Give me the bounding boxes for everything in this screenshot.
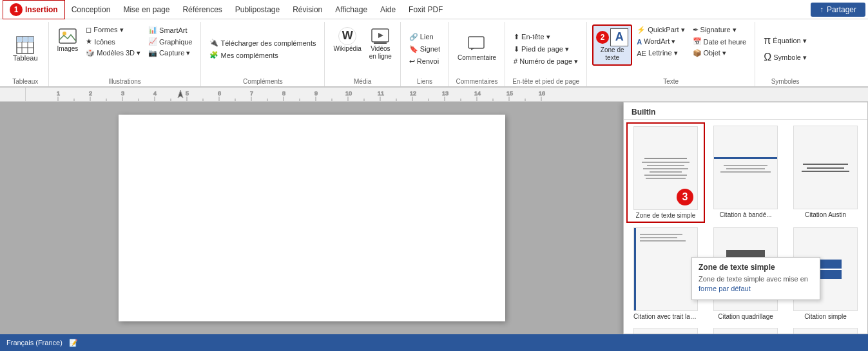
tab-aide[interactable]: Aide [374,0,402,19]
tableau-button[interactable]: Tableau [8,33,43,64]
group-commentaires: Commentaire Commentaires [449,22,505,86]
mes-complements-label: Mes compléments [220,52,278,59]
objet-label: Objet ▾ [704,49,726,57]
equation-button[interactable]: π Équation ▾ [760,33,810,48]
lien-button[interactable]: 🔗 Lien [406,32,443,43]
signet-icon: 🔖 [409,45,418,53]
tableau-label: Tableau [13,54,38,62]
svg-text:2: 2 [89,90,92,97]
dropdown-item-img-3 [793,126,858,209]
group-liens: 🔗 Lien 🔖 Signet ↩ Renvoi Liens [401,22,449,86]
quickpart-button[interactable]: ⚡ QuickPart ▾ [633,24,688,35]
dropdown-item-img-4 [633,227,698,311]
tab-revision[interactable]: Révision [286,0,329,19]
svg-text:11: 11 [378,90,384,97]
icones-button[interactable]: ★ Icônes [82,36,144,47]
modeles3d-icon: 🎲 [86,49,95,57]
group-illustrations: Images ◻ Formes ▾ ★ Icônes 🎲 Modèles 3D … [49,22,202,86]
signature-button[interactable]: ✒ Signature ▾ [690,24,750,35]
tab-insertion[interactable]: 1 Insertion [3,0,65,19]
svg-text:4: 4 [153,90,157,97]
texte-col2: ✒ Signature ▾ 📅 Date et heure 📦 Objet ▾ [690,24,750,59]
group-entete-label: En-tête et pied de page [510,78,581,86]
renvoi-label: Renvoi [417,57,439,65]
tooltip-highlight: forme par défaut [699,285,751,292]
symbole-label: Symbole ▾ [773,53,807,62]
tab-mise-en-page[interactable]: Mise en page [117,0,176,19]
share-button[interactable]: ↑ Partager [811,3,865,17]
tab-foxit[interactable]: Foxit PDF [402,0,449,19]
symbole-icon: Ω [764,52,771,63]
svg-text:7: 7 [250,90,253,97]
group-complements-label: Compléments [206,78,319,86]
wordart-button[interactable]: A WordArt ▾ [633,36,688,47]
svg-text:14: 14 [474,90,481,97]
capture-icon: 📷 [148,49,157,57]
quickpart-label: QuickPart ▾ [648,26,684,34]
tab-affichage[interactable]: Affichage [329,0,374,19]
dropdown-item-8[interactable] [706,325,785,334]
commentaire-button[interactable]: Commentaire [454,35,499,63]
svg-rect-13 [468,37,484,48]
zone-texte-label: Zone detexte [601,46,624,62]
share-label: Partager [827,5,856,14]
mes-complements-button[interactable]: 🧩 Mes compléments [206,50,319,61]
signature-icon: ✒ [693,26,699,34]
telecharger-button[interactable]: 🔌 Télécharger des compléments [206,37,319,48]
group-illustrations-label: Illustrations [54,78,196,86]
date-heure-label: Date et heure [704,38,747,46]
icones-label: Icônes [94,38,115,46]
dropdown-item-citation-bande[interactable]: Citation à bandé... [706,122,785,223]
wordart-icon: A [637,38,642,46]
dropdown-item-label-6: Citation simple [804,313,847,320]
signet-button[interactable]: 🔖 Signet [406,44,443,55]
formes-button[interactable]: ◻ Formes ▾ [82,24,144,35]
group-texte-label: Texte [592,78,749,86]
videos-button[interactable]: Vidéosen ligne [366,26,395,62]
svg-text:9: 9 [314,90,318,97]
symbole-button[interactable]: Ω Symbole ▾ [760,50,810,64]
tab-publipostage[interactable]: Publipostage [229,0,286,19]
images-icon [59,27,77,45]
zone-texte-button[interactable]: 2 A Zone detexte [592,24,632,66]
tab-references[interactable]: Références [176,0,228,19]
dropdown-item-img-1: 3 [633,126,698,210]
formes-icon: ◻ [86,26,92,34]
content-area: BuiltIn 3 Zone de texte simple [0,102,868,334]
dropdown-item-img-2 [713,126,778,209]
objet-icon: 📦 [693,49,702,57]
wordart-label: WordArt ▾ [644,37,675,46]
capture-button[interactable]: 📷 Capture ▾ [145,48,195,59]
group-tableaux: Tableau Tableaux [3,22,49,86]
pied-page-button[interactable]: ⬇ Pied de page ▾ [510,44,581,55]
wikipedia-button[interactable]: W Wikipédia [330,26,364,54]
en-tete-icon: ⬆ [514,33,519,41]
graphique-button[interactable]: 📈 Graphique [145,36,195,47]
dropdown-item-9[interactable] [786,325,865,334]
images-button[interactable]: Images [54,26,82,54]
en-tete-button[interactable]: ⬆ En-tête ▾ [510,32,581,43]
lettrine-button[interactable]: AE Lettrine ▾ [633,48,688,59]
graphique-icon: 📈 [148,37,157,46]
videos-label: Vidéosen ligne [369,45,392,61]
tab-conception[interactable]: Conception [65,0,117,19]
dropdown-item-zone-texte-simple[interactable]: 3 Zone de texte simple [626,122,705,223]
objet-button[interactable]: 📦 Objet ▾ [690,48,750,59]
group-texte: 2 A Zone detexte ⚡ QuickPart ▾ A WordArt… [587,22,755,86]
svg-text:6: 6 [218,90,221,97]
modeles3d-button[interactable]: 🎲 Modèles 3D ▾ [82,48,144,59]
dropdown-item-citation-austin[interactable]: Citation Austin [786,122,865,223]
group-liens-label: Liens [406,78,443,86]
status-icon: 📝 [69,339,78,347]
wikipedia-label: Wikipédia [333,45,361,53]
smartart-button[interactable]: 📊 SmartArt [145,24,195,35]
numero-page-button[interactable]: # Numéro de page ▾ [510,56,581,67]
lettrine-label: Lettrine ▾ [648,49,678,57]
dropdown-item-7[interactable] [626,325,705,334]
document-page[interactable] [119,115,505,321]
commentaire-label: Commentaire [458,54,496,62]
dropdown-header: BuiltIn [624,102,867,120]
date-heure-button[interactable]: 📅 Date et heure [690,36,750,47]
tab-revision-label: Révision [293,5,322,14]
renvoi-button[interactable]: ↩ Renvoi [406,56,443,67]
